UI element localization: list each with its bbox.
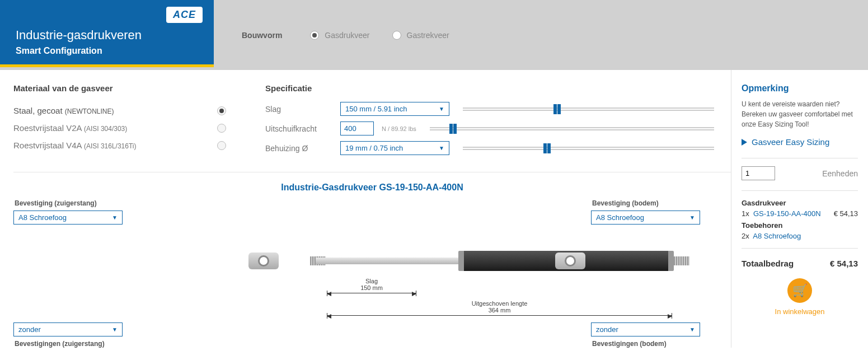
eye-fitting-left-icon — [248, 253, 279, 269]
cart-section-gasdrukveer: Gasdrukveer — [742, 199, 858, 207]
behuizing-slider[interactable] — [463, 147, 714, 150]
total-label: Totaalbedrag — [742, 259, 794, 268]
config-column: Materiaal van de gasveer Staal, gecoat (… — [0, 70, 731, 348]
spec-label-behuizing: Behuizing Ø — [265, 144, 332, 153]
dimension-slag: Slag 150 mm — [327, 278, 416, 293]
radio-icon — [217, 124, 226, 133]
easy-sizing-link[interactable]: Gasveer Easy Sizing — [742, 137, 858, 147]
divider — [742, 158, 858, 158]
slider-handle-icon[interactable] — [553, 104, 557, 114]
extra-fitting-left-select[interactable]: zonder ▼ — [13, 322, 123, 336]
bouwvorm-label: Bouwvorm — [242, 31, 282, 40]
behuizing-select[interactable]: 19 mm / 0.75 inch ▼ — [340, 141, 449, 155]
extra-fitting-right-select[interactable]: zonder ▼ — [591, 322, 700, 336]
chevron-down-icon: ▼ — [439, 106, 444, 112]
dimension-length: Uitgeschoven lengte 364 mm — [327, 300, 672, 316]
spec-label-uitschuifkracht: Uitschuifkracht — [265, 124, 332, 133]
dim-label: Uitgeschoven lengte — [327, 300, 672, 307]
select-value: zonder — [18, 325, 41, 334]
chevron-down-icon: ▼ — [689, 326, 695, 333]
material-note: (NEWTONLINE) — [65, 107, 114, 115]
topbar: ACE Industrie-gasdrukveren Smart Configu… — [0, 0, 868, 70]
select-value: 19 mm / 0.75 inch — [345, 144, 403, 152]
total-value: € 54,13 — [830, 259, 858, 268]
brand-box: ACE Industrie-gasdrukveren Smart Configu… — [0, 0, 214, 67]
material-note: (AISI 304/303) — [84, 125, 127, 133]
radio-label: Gasdrukveer — [325, 31, 369, 40]
chevron-down-icon: ▼ — [112, 214, 118, 221]
divider — [742, 190, 858, 191]
product-diagram: Slag 150 mm Uitgeschoven lengte 364 mm — [142, 199, 585, 328]
bouwvorm-row: Bouwvorm Gasdrukveer Gastrekveer — [242, 31, 449, 40]
triangle-right-icon — [742, 139, 747, 146]
chevron-down-icon: ▼ — [689, 214, 695, 221]
radio-label: Gastrekveer — [407, 31, 449, 40]
fitting-left-select[interactable]: A8 Schroefoog ▼ — [13, 211, 123, 225]
cart-section-toebehoren: Toebehoren — [742, 221, 858, 230]
uitschuifkracht-unit: N / 89.92 lbs — [382, 125, 416, 132]
add-to-cart-label: In winkelwagen — [742, 307, 858, 316]
uitschuifkracht-input[interactable] — [340, 121, 374, 135]
select-value: A8 Schroefoog — [596, 213, 644, 222]
material-label: Roestvrijstaal V4A — [13, 141, 84, 150]
fitting-right-select[interactable]: A8 Schroefoog ▼ — [591, 211, 700, 225]
spec-heading: Specificatie — [265, 83, 731, 93]
material-label: Staal, gecoat — [13, 106, 65, 115]
bouwvorm-option-gastrekveer[interactable]: Gastrekveer — [392, 31, 449, 40]
chevron-down-icon: ▼ — [439, 145, 444, 151]
thread-icon — [674, 256, 689, 265]
quantity-label: Eenheden — [822, 169, 858, 178]
extra-fitting-right-label: Bevestigingen (bodem) — [592, 340, 714, 348]
page-subtitle: Smart Configuration — [16, 46, 198, 56]
fitting-right-label: Bevestiging (bodem) — [592, 199, 714, 207]
brand-logo: ACE — [166, 7, 203, 23]
material-block: Materiaal van de gasveer Staal, gecoat (… — [13, 83, 243, 161]
dim-value: 150 mm — [327, 284, 416, 291]
slag-select[interactable]: 150 mm / 5.91 inch ▼ — [340, 102, 449, 116]
radio-icon — [217, 106, 226, 115]
radio-icon — [217, 141, 226, 150]
select-value: 150 mm / 5.91 inch — [345, 105, 407, 113]
link-text: Gasveer Easy Sizing — [752, 137, 829, 147]
sidebar: Opmerking U kent de vereiste waarden nie… — [731, 70, 868, 348]
material-note: (AISI 316L/316Ti) — [84, 142, 137, 150]
cart-qty: 1x — [742, 209, 749, 218]
quantity-input[interactable] — [742, 166, 775, 180]
chevron-down-icon: ▼ — [112, 326, 118, 333]
dim-label: Slag — [327, 278, 416, 284]
product-title: Industrie-Gasdrukveer GS-19-150-AA-400N — [13, 183, 731, 193]
material-heading: Materiaal van de gasveer — [13, 83, 243, 93]
cart-qty: 2x — [742, 232, 749, 240]
material-option-staal[interactable]: Staal, gecoat (NEWTONLINE) — [13, 102, 243, 119]
cart-icon: 🛒 — [792, 283, 808, 298]
slider-handle-icon[interactable] — [543, 143, 547, 153]
cart-item-link[interactable]: GS-19-150-AA-400N — [753, 209, 821, 218]
bouwvorm-option-gasdrukveer[interactable]: Gasdrukveer — [310, 31, 369, 40]
radio-icon — [310, 31, 319, 40]
add-to-cart-button[interactable]: 🛒 — [787, 278, 812, 303]
spec-block: Specificatie Slag 150 mm / 5.91 inch ▼ U… — [265, 83, 731, 161]
select-value: A8 Schroefoog — [18, 213, 67, 222]
radio-icon — [392, 31, 401, 40]
rod-icon — [316, 258, 467, 264]
page-title: Industrie-gasdrukveren — [16, 28, 198, 43]
opmerking-heading: Opmerking — [742, 83, 858, 93]
opmerking-text: U kent de vereiste waarden niet? Bereken… — [742, 99, 858, 129]
divider — [742, 248, 858, 249]
cart-summary: Gasdrukveer 1x GS-19-150-AA-400N € 54,13… — [742, 199, 858, 240]
cart-price: € 54,13 — [834, 209, 858, 218]
material-option-v4a[interactable]: Roestvrijstaal V4A (AISI 316L/316Ti) — [13, 137, 243, 154]
slider-handle-icon[interactable] — [449, 124, 453, 134]
select-value: zonder — [596, 325, 618, 334]
eye-fitting-right-icon — [555, 253, 585, 269]
cart-item-link[interactable]: A8 Schroefoog — [753, 232, 801, 240]
spec-label-slag: Slag — [265, 105, 332, 114]
fitting-left-label: Bevestiging (zuigerstang) — [15, 199, 137, 207]
uitschuifkracht-slider[interactable] — [430, 127, 714, 130]
dim-value: 364 mm — [327, 307, 672, 314]
material-label: Roestvrijstaal V2A — [13, 123, 84, 133]
material-option-v2a[interactable]: Roestvrijstaal V2A (AISI 304/303) — [13, 119, 243, 137]
slag-slider[interactable] — [463, 107, 714, 111]
extra-fitting-left-label: Bevestigingen (zuigerstang) — [15, 340, 137, 348]
